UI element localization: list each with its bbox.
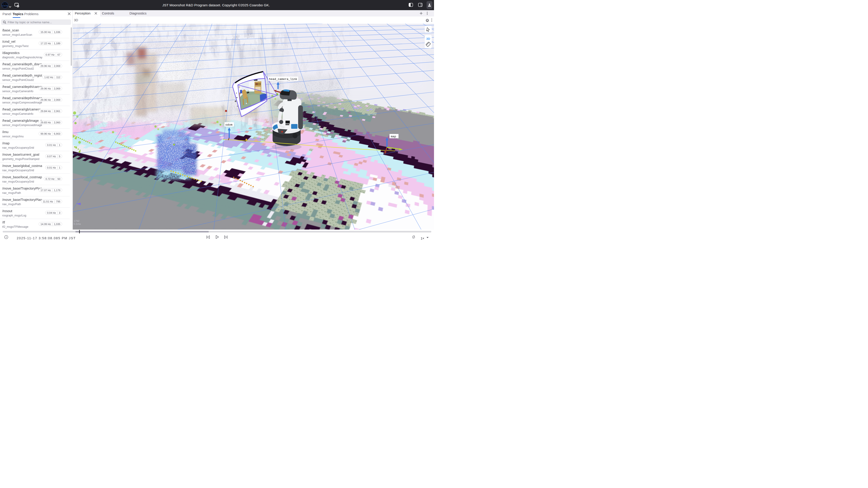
svg-text:0.1ms: 0.1ms bbox=[74, 223, 81, 225]
svg-text:head_camera_link: head_camera_link bbox=[269, 77, 297, 81]
svg-text:3D: 3D bbox=[426, 37, 430, 40]
svg-text:odom: odom bbox=[225, 123, 232, 127]
svg-text:map: map bbox=[391, 135, 396, 138]
svg-text:1792: 1792 bbox=[74, 220, 80, 222]
